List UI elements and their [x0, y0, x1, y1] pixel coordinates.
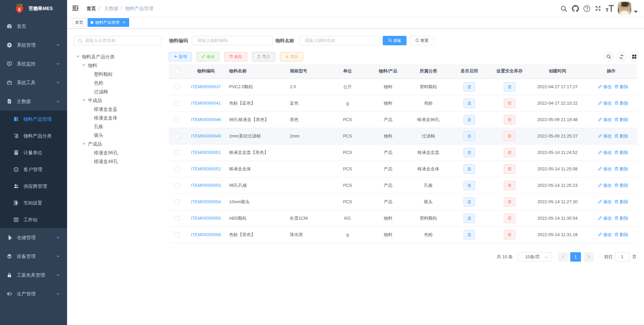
svg-text:K: K [17, 7, 21, 12]
